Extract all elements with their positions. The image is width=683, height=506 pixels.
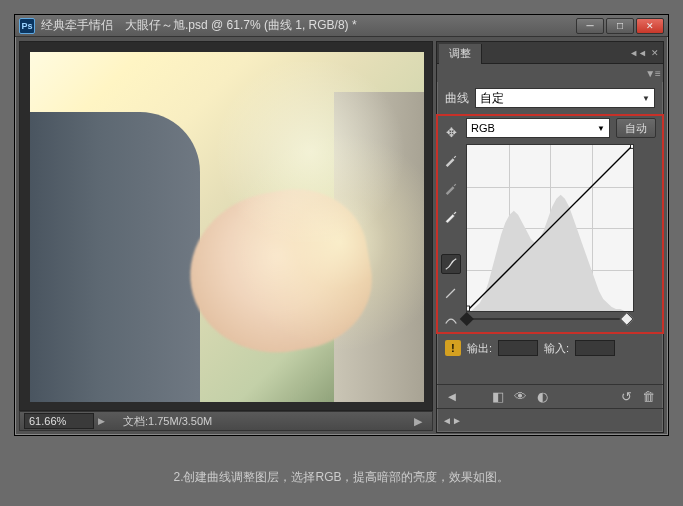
app-window: Ps 经典牵手情侣 大眼仔～旭.psd @ 61.7% (曲线 1, RGB/8… — [14, 14, 669, 436]
panel-collapse-icon[interactable]: ◄◄ — [629, 48, 647, 58]
panel-menu-icon[interactable]: ▼≡ — [643, 68, 663, 79]
warning-icon: ! — [445, 340, 461, 356]
svg-rect-2 — [467, 306, 469, 311]
point-curve-icon[interactable] — [441, 254, 461, 274]
window-title: 经典牵手情侣 大眼仔～旭.psd @ 61.7% (曲线 1, RGB/8) * — [41, 17, 576, 34]
curves-body: ✥ RGB 自动 — [436, 114, 664, 334]
status-bar: 61.66% ▶ 文档:1.75M/3.50M ▶ — [19, 411, 433, 431]
auto-button[interactable]: 自动 — [616, 118, 656, 138]
curves-tool-column: ✥ — [440, 118, 462, 330]
curve-line — [467, 145, 633, 311]
panel-tab-bar: 调整 ◄◄ ✕ — [437, 42, 663, 64]
caption-text: 2.创建曲线调整图层，选择RGB，提高暗部的亮度，效果如图。 — [0, 469, 683, 486]
preset-row: 曲线 自定 — [437, 82, 663, 114]
visibility-icon[interactable]: 👁 — [511, 388, 529, 406]
output-label: 输出: — [467, 341, 492, 356]
eyedropper-black-icon[interactable] — [441, 150, 461, 170]
output-row: ! 输出: 输入: — [437, 334, 663, 362]
close-button[interactable] — [636, 18, 664, 34]
clip-layer-icon[interactable]: ◧ — [489, 388, 507, 406]
panel-footer-2: ◄► — [437, 408, 663, 432]
adjustments-panel: 调整 ◄◄ ✕ ▼≡ 曲线 自定 ✥ — [436, 41, 664, 433]
curve-main: RGB 自动 — [466, 118, 656, 330]
photoshop-icon: Ps — [19, 18, 35, 34]
input-label: 输入: — [544, 341, 569, 356]
preset-select[interactable]: 自定 — [475, 88, 655, 108]
window-buttons — [576, 18, 664, 34]
panel-close-icon[interactable]: ✕ — [651, 48, 659, 58]
title-bar: Ps 经典牵手情侣 大眼仔～旭.psd @ 61.7% (曲线 1, RGB/8… — [15, 15, 668, 37]
expand-icon[interactable]: ◄► — [443, 412, 461, 430]
zoom-arrow-icon[interactable]: ▶ — [98, 416, 105, 426]
target-adjust-icon[interactable]: ✥ — [441, 122, 461, 142]
eyedropper-white-icon[interactable] — [441, 206, 461, 226]
minimize-button[interactable] — [576, 18, 604, 34]
document-image — [30, 52, 424, 402]
maximize-button[interactable] — [606, 18, 634, 34]
doc-info: 文档:1.75M/3.50M — [123, 414, 212, 429]
svg-rect-3 — [631, 145, 633, 148]
svg-line-1 — [467, 145, 633, 311]
input-slider[interactable] — [466, 314, 634, 326]
curve-graph[interactable] — [466, 144, 634, 312]
output-field[interactable] — [498, 340, 538, 356]
panel-footer: ◄ ◧ 👁 ◐ ↺ 🗑 — [437, 384, 663, 408]
eyedropper-gray-icon[interactable] — [441, 178, 461, 198]
pencil-curve-icon[interactable] — [441, 282, 461, 302]
smooth-curve-icon[interactable] — [441, 310, 461, 330]
trash-icon[interactable]: 🗑 — [639, 388, 657, 406]
canvas-area[interactable] — [19, 41, 433, 411]
previous-state-icon[interactable]: ◐ — [533, 388, 551, 406]
zoom-field[interactable]: 61.66% — [24, 413, 94, 429]
back-arrow-icon[interactable]: ◄ — [443, 388, 461, 406]
doc-info-arrow-icon[interactable]: ▶ — [414, 415, 422, 428]
input-field[interactable] — [575, 340, 615, 356]
channel-select[interactable]: RGB — [466, 118, 610, 138]
reset-icon[interactable]: ↺ — [617, 388, 635, 406]
tab-adjustments[interactable]: 调整 — [439, 44, 482, 64]
preset-label: 曲线 — [445, 90, 469, 107]
